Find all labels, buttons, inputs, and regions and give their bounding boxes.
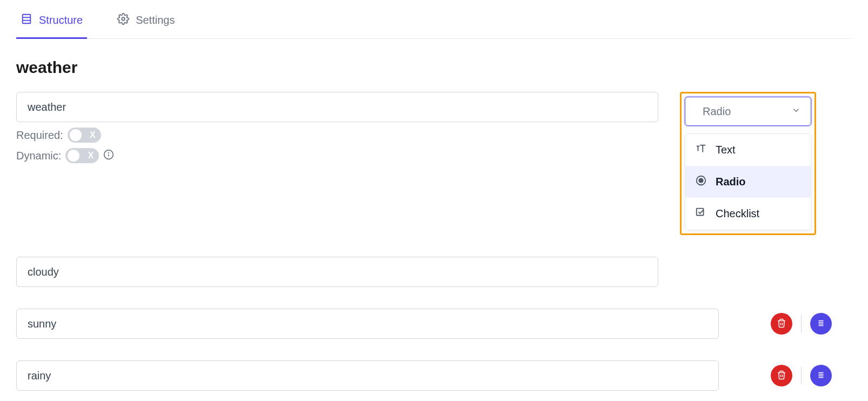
reorder-handle[interactable] xyxy=(810,365,832,386)
tab-settings[interactable]: Settings xyxy=(113,13,179,38)
option-input[interactable] xyxy=(16,360,719,391)
structure-icon xyxy=(21,13,32,28)
dynamic-label: Dynamic: xyxy=(16,150,61,162)
svg-point-3 xyxy=(122,17,125,21)
option-input[interactable] xyxy=(16,309,719,339)
type-dropdown-value: Radio xyxy=(703,105,731,118)
required-toggle[interactable]: X xyxy=(68,128,101,143)
type-dropdown-menu: Text Radio Checklist xyxy=(685,133,811,230)
svg-point-6 xyxy=(109,152,109,153)
option-row xyxy=(16,360,852,391)
svg-rect-11 xyxy=(697,209,704,216)
option-row xyxy=(16,309,852,339)
tab-settings-label: Settings xyxy=(136,14,175,26)
type-option-radio-label: Radio xyxy=(716,176,746,188)
separator xyxy=(801,315,802,332)
type-option-radio[interactable]: Radio xyxy=(685,166,811,198)
checklist-type-icon xyxy=(695,206,707,221)
trash-icon xyxy=(777,318,786,330)
option-row xyxy=(16,257,852,287)
tab-structure[interactable]: Structure xyxy=(16,13,87,38)
type-option-text-label: Text xyxy=(716,144,736,156)
trash-icon xyxy=(777,370,786,382)
separator xyxy=(801,367,802,384)
type-option-checklist[interactable]: Checklist xyxy=(685,198,811,230)
drag-icon xyxy=(816,318,826,330)
question-name-input[interactable] xyxy=(16,92,658,122)
gear-icon xyxy=(117,13,129,28)
svg-rect-0 xyxy=(23,15,31,24)
type-option-text[interactable]: Text xyxy=(685,134,811,166)
type-option-checklist-label: Checklist xyxy=(716,208,759,220)
required-label: Required: xyxy=(16,129,63,142)
text-type-icon xyxy=(695,143,707,157)
reorder-handle[interactable] xyxy=(810,313,832,335)
delete-option-button[interactable] xyxy=(771,365,792,386)
type-dropdown[interactable]: Radio xyxy=(685,97,811,126)
option-input[interactable] xyxy=(16,257,658,287)
tabs-bar: Structure Settings xyxy=(16,0,852,39)
delete-option-button[interactable] xyxy=(771,313,792,335)
dynamic-toggle[interactable]: X xyxy=(65,148,99,163)
page-title: weather xyxy=(16,58,852,77)
drag-icon xyxy=(816,370,826,382)
info-icon[interactable] xyxy=(103,149,114,163)
chevron-down-icon xyxy=(791,105,801,118)
radio-type-icon xyxy=(695,175,707,189)
tab-structure-label: Structure xyxy=(39,14,83,26)
svg-point-10 xyxy=(699,178,703,182)
type-dropdown-highlight: Radio Text xyxy=(680,92,816,235)
